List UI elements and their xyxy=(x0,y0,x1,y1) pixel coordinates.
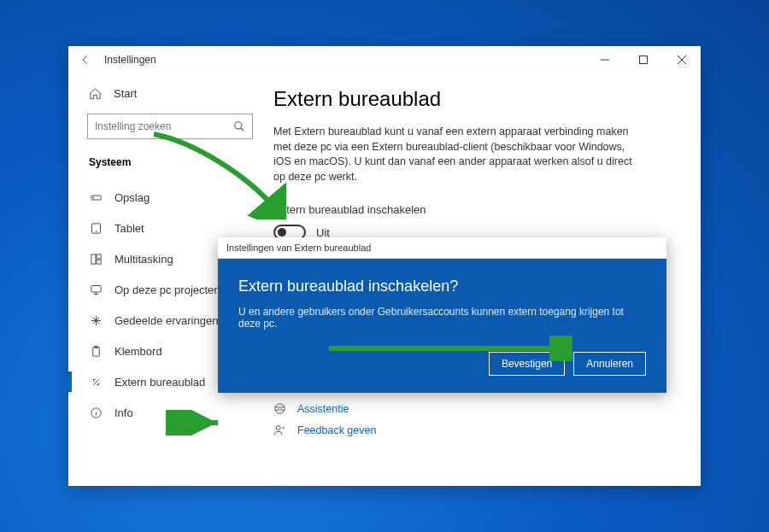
dialog-body: Extern bureaublad inschakelen? U en ande… xyxy=(218,259,666,393)
dialog-heading: Extern bureaublad inschakelen? xyxy=(238,278,646,295)
feedback-icon xyxy=(273,424,287,436)
sidebar-item-label: Tablet xyxy=(114,222,144,235)
info-icon xyxy=(89,406,103,419)
sidebar-home-label: Start xyxy=(114,87,137,100)
search-icon xyxy=(233,120,245,132)
dialog-buttons: Bevestigen Annuleren xyxy=(238,352,646,376)
clipboard-icon xyxy=(89,345,103,358)
svg-point-14 xyxy=(279,407,282,411)
window-controls xyxy=(585,46,701,73)
titlebar: Instellingen xyxy=(68,46,701,73)
svg-point-5 xyxy=(96,231,97,231)
sidebar-item-info[interactable]: Info xyxy=(68,397,265,428)
search-box[interactable] xyxy=(87,114,253,139)
svg-point-13 xyxy=(275,404,285,413)
page-title: Extern bureaublad xyxy=(273,87,677,111)
home-icon xyxy=(89,87,102,100)
svg-rect-8 xyxy=(97,260,101,264)
cancel-button[interactable]: Annuleren xyxy=(573,352,646,376)
svg-rect-0 xyxy=(639,56,647,64)
svg-rect-9 xyxy=(91,285,100,292)
minimize-button[interactable] xyxy=(585,46,624,73)
toggle-label: Extern bureaublad inschakelen xyxy=(273,203,677,216)
multitask-icon xyxy=(89,253,103,266)
help-feedback-link[interactable]: Feedback geven xyxy=(297,424,376,436)
sidebar-item-label: Info xyxy=(114,406,133,419)
dialog-text: U en andere gebruikers onder Gebruikersa… xyxy=(238,306,646,330)
window-title: Instellingen xyxy=(104,54,156,66)
storage-icon xyxy=(89,191,103,204)
sidebar-home[interactable]: Start xyxy=(87,84,253,105)
confirm-button[interactable]: Bevestigen xyxy=(489,352,565,376)
svg-point-1 xyxy=(235,122,242,129)
sidebar-item-label: Klembord xyxy=(114,345,162,358)
svg-rect-6 xyxy=(91,254,95,263)
back-button[interactable] xyxy=(79,53,92,67)
close-button[interactable] xyxy=(662,46,701,73)
sidebar-item-label: Multitasking xyxy=(114,253,173,266)
sidebar-item-label: Extern bureaublad xyxy=(114,376,205,389)
help-feedback[interactable]: Feedback geven xyxy=(273,424,677,436)
help-links: Assistentie Feedback geven xyxy=(273,402,677,436)
svg-rect-7 xyxy=(97,254,101,258)
dialog-titlebar: Instellingen van Extern bureaublad xyxy=(218,237,666,259)
shared-icon xyxy=(89,314,103,327)
remote-icon xyxy=(89,376,103,389)
confirm-dialog: Instellingen van Extern bureaublad Exter… xyxy=(218,237,666,393)
page-description: Met Extern bureaublad kunt u vanaf een e… xyxy=(273,125,632,184)
sidebar-heading: Systeem xyxy=(89,156,251,168)
help-assist[interactable]: Assistentie xyxy=(273,402,677,415)
help-assist-link[interactable]: Assistentie xyxy=(297,403,349,415)
search-input[interactable] xyxy=(95,120,233,132)
tablet-icon xyxy=(89,222,103,235)
maximize-button[interactable] xyxy=(624,46,662,73)
sidebar-item-label: Opslag xyxy=(114,191,150,204)
svg-point-15 xyxy=(276,426,280,430)
svg-point-3 xyxy=(92,196,93,197)
sidebar-item-label: Gedeelde ervaringen xyxy=(114,314,218,327)
assist-icon xyxy=(273,402,287,415)
sidebar-item-opslag[interactable]: Opslag xyxy=(68,182,265,213)
sidebar-item-label: Op deze pc projecteren xyxy=(114,284,230,296)
project-icon xyxy=(89,284,103,296)
